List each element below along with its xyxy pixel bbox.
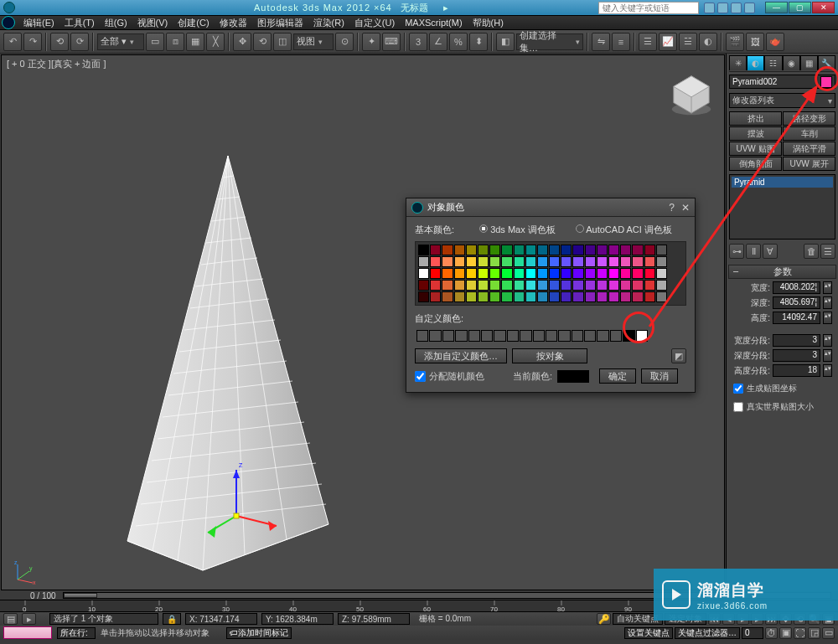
palette-swatch[interactable] xyxy=(561,256,572,267)
palette-swatch[interactable] xyxy=(644,245,655,255)
palette-swatch[interactable] xyxy=(525,280,536,291)
mod-turbosmooth[interactable]: 涡轮平滑 xyxy=(783,142,835,156)
remove-mod-button[interactable]: 🗑 xyxy=(804,244,819,259)
depth-spinner[interactable]: 4805.697¦ xyxy=(773,296,820,309)
ref-coord-dropdown[interactable]: 视图 xyxy=(293,33,334,50)
search-input[interactable] xyxy=(598,2,699,14)
allrows-label[interactable]: 所在行: xyxy=(57,627,96,639)
palette-swatch[interactable] xyxy=(644,291,655,302)
menu-graph[interactable]: 图形编辑器 xyxy=(252,16,308,30)
object-color-swatch[interactable] xyxy=(820,76,832,88)
nav-zoomall-button[interactable]: ⛶ xyxy=(794,627,806,639)
palette-swatch[interactable] xyxy=(608,245,619,255)
palette-swatch[interactable] xyxy=(418,291,429,302)
palette-swatch[interactable] xyxy=(608,280,619,291)
selection-filter-dropdown[interactable]: 全部 ▾ xyxy=(97,33,144,50)
palette-swatch[interactable] xyxy=(585,245,596,255)
app-logo-icon[interactable] xyxy=(2,16,15,29)
display-tab[interactable]: ▦ xyxy=(800,55,818,70)
palette-swatch[interactable] xyxy=(632,291,643,302)
object-name-field[interactable]: Pyramid002 xyxy=(729,75,835,89)
palette-swatch[interactable] xyxy=(632,280,643,291)
palette-swatch[interactable] xyxy=(525,291,536,302)
palette-swatch[interactable] xyxy=(430,256,441,267)
palette-swatch[interactable] xyxy=(632,245,643,255)
close-button[interactable]: ✕ xyxy=(812,2,835,13)
nav-maximize-button[interactable]: ◲ xyxy=(808,627,820,639)
palette-swatch[interactable] xyxy=(656,291,667,302)
palette-swatch[interactable] xyxy=(608,256,619,267)
cancel-button[interactable]: 取消 xyxy=(641,368,678,384)
palette-swatch[interactable] xyxy=(572,268,583,279)
palette-swatch[interactable] xyxy=(454,245,465,255)
height-spinner-arrows[interactable]: ▴▾ xyxy=(823,312,832,324)
palette-swatch[interactable] xyxy=(620,245,631,255)
dseg-spinner-arrows[interactable]: ▴▾ xyxy=(823,349,832,362)
palette-swatch[interactable] xyxy=(489,280,500,291)
render-button[interactable]: 🫖 xyxy=(766,33,784,51)
palette-swatch[interactable] xyxy=(514,280,525,291)
palette-swatch[interactable] xyxy=(585,256,596,267)
palette-swatch[interactable] xyxy=(466,280,477,291)
minimize-button[interactable]: — xyxy=(765,2,788,13)
palette-swatch[interactable] xyxy=(430,268,441,279)
gen-mapping-checkbox[interactable]: 生成贴图坐标 xyxy=(733,383,831,394)
palette-swatch[interactable] xyxy=(561,268,572,279)
color-palette[interactable] xyxy=(415,241,686,306)
palette-swatch[interactable] xyxy=(430,245,441,255)
curve-editor-button[interactable]: 📈 xyxy=(659,33,677,51)
motion-tab[interactable]: ◉ xyxy=(783,55,800,70)
custom-color-row[interactable] xyxy=(415,328,686,343)
palette-swatch[interactable] xyxy=(656,268,667,279)
keyboard-button[interactable]: ⌨ xyxy=(382,33,401,51)
palette-swatch[interactable] xyxy=(489,245,500,255)
material-editor-button[interactable]: ◐ xyxy=(699,33,717,51)
rotate-button[interactable]: ⟲ xyxy=(253,33,272,51)
palette-swatch[interactable] xyxy=(466,268,477,279)
palette-swatch[interactable] xyxy=(572,245,583,255)
lock-icon[interactable]: 🔒 xyxy=(163,613,181,625)
palette-swatch[interactable] xyxy=(620,268,631,279)
mod-unwrap[interactable]: UVW 展开 xyxy=(783,157,835,171)
nav-zoomext-button[interactable]: ▣ xyxy=(779,627,792,639)
palette-swatch[interactable] xyxy=(620,291,631,302)
palette-swatch[interactable] xyxy=(525,256,536,267)
palette-swatch[interactable] xyxy=(442,291,453,302)
palette-swatch[interactable] xyxy=(489,256,500,267)
menu-view[interactable]: 视图(V) xyxy=(132,16,173,30)
palette-swatch[interactable] xyxy=(454,256,465,267)
palette-swatch[interactable] xyxy=(597,245,608,255)
palette-swatch[interactable] xyxy=(418,245,429,255)
palette-swatch[interactable] xyxy=(430,291,441,302)
hierarchy-tab[interactable]: ☷ xyxy=(764,55,782,70)
angle-snap-button[interactable]: ∠ xyxy=(429,33,447,51)
menu-modifiers[interactable]: 修改器 xyxy=(215,16,252,30)
palette-swatch[interactable] xyxy=(597,268,608,279)
assign-random-checkbox[interactable]: 分配随机颜色 xyxy=(415,370,484,383)
select-name-button[interactable]: ⧈ xyxy=(166,33,184,51)
unlink-button[interactable]: ⟳ xyxy=(70,33,89,51)
coord-y[interactable]: Y: 1628.384m xyxy=(261,613,334,625)
palette-swatch[interactable] xyxy=(549,291,560,302)
key-filter-button[interactable]: 关键点过滤器… xyxy=(675,627,740,639)
timetag-button[interactable]: 🏷 添加时间标记 xyxy=(226,627,292,639)
help-icon[interactable] xyxy=(704,3,715,13)
configure-button[interactable]: ☰ xyxy=(820,244,835,259)
modifier-stack[interactable]: Pyramid xyxy=(729,174,835,240)
palette-swatch[interactable] xyxy=(466,245,477,255)
palette-swatch[interactable] xyxy=(442,256,453,267)
params-rollout-header[interactable]: 参数 xyxy=(728,265,836,279)
scale-button[interactable]: ◫ xyxy=(273,33,292,51)
select-button[interactable]: ▭ xyxy=(146,33,164,51)
undo-button[interactable]: ↶ xyxy=(3,33,22,51)
add-custom-color-button[interactable]: 添加自定义颜色… xyxy=(415,348,507,363)
palette-swatch[interactable] xyxy=(442,280,453,291)
unique-button[interactable]: ∀ xyxy=(763,244,778,259)
palette-swatch[interactable] xyxy=(514,268,525,279)
palette-swatch[interactable] xyxy=(549,280,560,291)
named-sel-dropdown[interactable]: 创建选择集… xyxy=(516,33,583,50)
utilities-tab[interactable]: 🔧 xyxy=(818,55,835,70)
hseg-spinner-arrows[interactable]: ▴▾ xyxy=(823,364,832,377)
palette-swatch[interactable] xyxy=(418,256,429,267)
dialog-help-button[interactable]: ? xyxy=(669,202,675,214)
